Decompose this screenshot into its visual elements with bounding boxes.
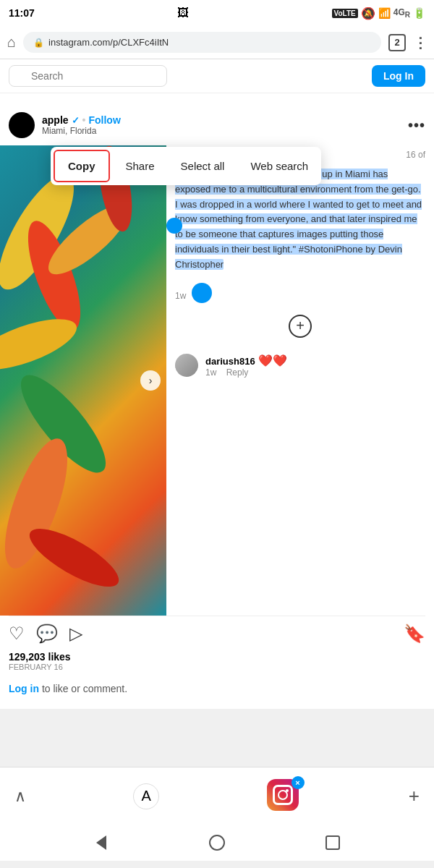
- google-icon[interactable]: A: [133, 783, 159, 809]
- status-icons: VoLTE 🔕 📶 4GR 🔋: [332, 7, 425, 20]
- post-content: 16 of Commissioned by Apple. "Growing up…: [166, 145, 434, 616]
- time-ago: 1w: [175, 291, 186, 301]
- back-system-button[interactable]: [93, 834, 110, 851]
- bookmark-button[interactable]: 🔖: [404, 624, 425, 644]
- login-prompt: Log in to like or comment.: [0, 677, 434, 709]
- add-comment-button[interactable]: +: [289, 315, 312, 338]
- system-nav: [0, 825, 434, 861]
- mute-icon: 🔕: [361, 7, 375, 20]
- username-row: apple ✓ • Follow: [42, 114, 401, 126]
- comment-time: 1w: [205, 367, 216, 378]
- post-more-icon[interactable]: •••: [408, 117, 425, 134]
- tab-count[interactable]: 2: [388, 34, 406, 51]
- status-bar: 11:07 🖼 VoLTE 🔕 📶 4GR 🔋: [0, 0, 434, 26]
- select-all-button[interactable]: Select all: [168, 151, 238, 181]
- back-arrow-button[interactable]: ∧: [14, 787, 26, 806]
- white-gap: [0, 93, 434, 105]
- post-image-row: › 16 of Commissioned by Apple. "Growing …: [0, 145, 434, 616]
- background-gap: [0, 709, 434, 767]
- instagram-post: apple ✓ • Follow Miami, Florida ••• Copy…: [0, 105, 434, 709]
- share-button[interactable]: Share: [113, 151, 168, 181]
- commenter-username[interactable]: dariush816: [205, 356, 255, 367]
- post-header: apple ✓ • Follow Miami, Florida •••: [0, 105, 434, 145]
- url-text: instagram.com/p/CLXFc4iItN: [48, 37, 169, 48]
- next-image-arrow[interactable]: ›: [140, 370, 161, 391]
- comment-meta: 1w Reply: [205, 367, 287, 378]
- photo-icon: 🖼: [177, 7, 189, 20]
- bottom-nav: ∧ A × +: [0, 767, 434, 825]
- post-date: FEBRUARY 16: [0, 663, 434, 677]
- follow-button[interactable]: Follow: [88, 114, 120, 126]
- selection-handle-right: [192, 283, 212, 303]
- avatar: [9, 112, 35, 138]
- verified-icon: ✓: [72, 115, 80, 126]
- volte-badge: VoLTE: [332, 9, 358, 18]
- active-tab[interactable]: ×: [267, 779, 302, 814]
- battery-icon: 🔋: [413, 7, 425, 19]
- selection-handle-left: [166, 218, 182, 234]
- recents-system-button[interactable]: [324, 834, 341, 851]
- lock-icon: 🔒: [33, 38, 44, 48]
- google-logo-icon: A: [142, 788, 151, 804]
- web-search-button[interactable]: Web search: [237, 151, 321, 181]
- home-system-button[interactable]: [208, 834, 226, 851]
- post-actions: ♡ 💬 ▷ 🔖: [0, 616, 434, 651]
- comment-emoji: ❤️❤️: [258, 354, 287, 367]
- separator-dot: •: [82, 114, 86, 126]
- status-time: 11:07: [9, 7, 35, 19]
- context-menu: Copy Share Select all Web search: [51, 147, 321, 185]
- share-button[interactable]: ▷: [69, 624, 82, 644]
- instagram-header: 🔍 Log In: [0, 59, 434, 93]
- more-options-icon[interactable]: ⋮: [413, 34, 427, 51]
- signal-icon: 📶: [378, 7, 391, 19]
- new-tab-button[interactable]: +: [409, 785, 420, 807]
- search-input[interactable]: [9, 65, 167, 87]
- wifi-icon: 4GR: [393, 7, 410, 19]
- like-button[interactable]: ♡: [9, 624, 25, 644]
- comment-content: dariush816 ❤️❤️ 1w Reply: [205, 354, 287, 378]
- home-button[interactable]: ⌂: [7, 34, 16, 51]
- likes-count: 129,203 likes: [0, 651, 434, 663]
- comment-button[interactable]: 💬: [36, 624, 58, 644]
- user-info: apple ✓ • Follow Miami, Florida: [42, 114, 401, 136]
- login-button[interactable]: Log In: [372, 65, 425, 87]
- commenter-avatar: [175, 354, 198, 377]
- copy-button[interactable]: Copy: [54, 150, 110, 182]
- login-prompt-suffix: to like or comment.: [39, 683, 127, 694]
- add-comment-area: +: [175, 306, 425, 346]
- reply-button[interactable]: Reply: [226, 367, 249, 378]
- url-bar[interactable]: 🔒 instagram.com/p/CLXFc4iItN: [23, 32, 381, 53]
- comment-row: dariush816 ❤️❤️ 1w Reply: [175, 346, 425, 385]
- search-container: 🔍: [9, 65, 363, 87]
- login-link[interactable]: Log in: [9, 683, 39, 694]
- post-location: Miami, Florida: [42, 126, 401, 136]
- time-row: 1w: [175, 280, 425, 306]
- post-image: ›: [0, 145, 166, 616]
- instagram-icon: [273, 785, 293, 805]
- close-tab-badge[interactable]: ×: [292, 776, 305, 789]
- username[interactable]: apple: [42, 114, 69, 126]
- browser-bar: ⌂ 🔒 instagram.com/p/CLXFc4iItN 2 ⋮: [0, 26, 434, 59]
